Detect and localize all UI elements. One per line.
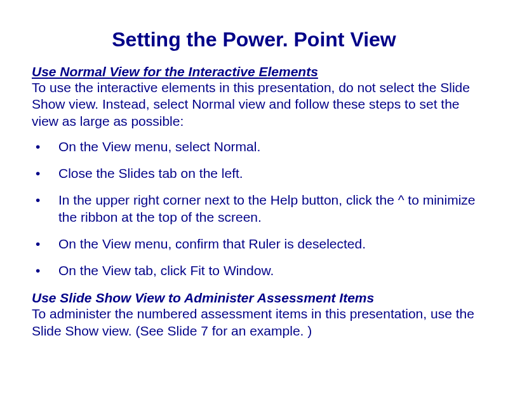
section1-heading: Use Normal View for the Interactive Elem…: [32, 64, 476, 79]
list-item: On the View menu, confirm that Ruler is …: [32, 236, 476, 252]
section1-body: To use the interactive elements in this …: [32, 79, 476, 130]
slide-title: Setting the Power. Point View: [32, 28, 476, 51]
list-item: On the View tab, click Fit to Window.: [32, 262, 476, 279]
section2-heading: Use Slide Show View to Administer Assess…: [32, 290, 476, 306]
section2-body: To administer the numbered assessment it…: [32, 306, 476, 339]
bullet-list: On the View menu, select Normal. Close t…: [32, 139, 476, 280]
list-item: Close the Slides tab on the left.: [32, 165, 476, 182]
slide-content: Setting the Power. Point View Use Normal…: [0, 0, 508, 367]
list-item: On the View menu, select Normal.: [32, 139, 476, 155]
list-item: In the upper right corner next to the He…: [32, 192, 476, 226]
